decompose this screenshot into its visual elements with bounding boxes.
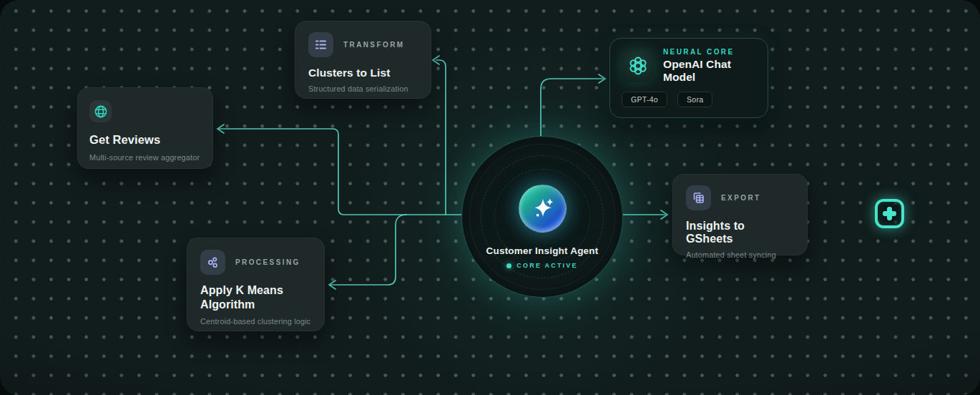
status-dot-icon [506,263,511,268]
node-openai-chat-model[interactable]: NEURAL CORE OpenAI Chat Model GPT-4o Sor… [609,38,768,118]
node-insights-to-gsheets[interactable]: EXPORT Insights to GSheets Automated she… [672,174,808,255]
spreadsheet-icon [686,185,711,210]
node-title: Clusters to List [308,67,418,79]
node-title: OpenAI Chat Model [663,58,756,84]
node-subtitle: Multi-source review aggregator [89,153,201,162]
node-subtitle: Centroid-based clustering logic [200,317,311,326]
sparkle-icon [529,195,557,223]
node-title: Insights to GSheets [686,220,794,245]
model-tag-gpt4o: GPT-4o [622,92,667,107]
globe-icon [89,100,112,122]
agent-title: Customer Insight Agent [462,245,622,256]
wire-agent-to-get-reviews [218,129,466,215]
node-category-label: TRANSFORM [343,41,404,49]
wire-agent-to-transform [436,60,446,215]
add-node-button[interactable] [875,199,904,228]
model-tag-sora: Sora [677,92,712,107]
node-category-label: EXPORT [721,194,761,202]
agent-status-badge: CORE ACTIVE [462,262,622,269]
workflow-canvas[interactable]: Get Reviews Multi-source review aggregat… [0,0,980,395]
node-get-reviews[interactable]: Get Reviews Multi-source review aggregat… [77,87,213,169]
arrowhead-export [661,210,667,219]
agent-core-orb [519,185,567,233]
node-clusters-to-list[interactable]: TRANSFORM Clusters to List Structured da… [295,21,431,99]
cluster-icon [200,250,225,275]
arrowhead-transform [433,56,439,64]
plus-icon [883,207,896,220]
list-icon [308,32,333,57]
agent-status-label: CORE ACTIVE [516,262,577,269]
wire-agent-to-processing [330,215,406,285]
node-subtitle: Structured data serialization [308,84,418,93]
node-category-label: PROCESSING [235,258,300,266]
agent-customer-insight[interactable]: Customer Insight Agent CORE ACTIVE [461,136,623,298]
node-apply-k-means[interactable]: PROCESSING Apply K Means Algorithm Centr… [187,238,325,331]
node-title: Get Reviews [89,133,201,147]
arrowhead-processing [329,281,335,289]
openai-icon [622,50,654,82]
node-title: Apply K Means Algorithm [200,283,308,313]
arrowhead-get-reviews [217,125,224,133]
node-subtitle: Automated sheet syncing [686,250,794,259]
arrowhead-neural-core [599,74,605,83]
node-category-label: NEURAL CORE [663,48,756,56]
wire-agent-to-neural-core [541,79,603,137]
